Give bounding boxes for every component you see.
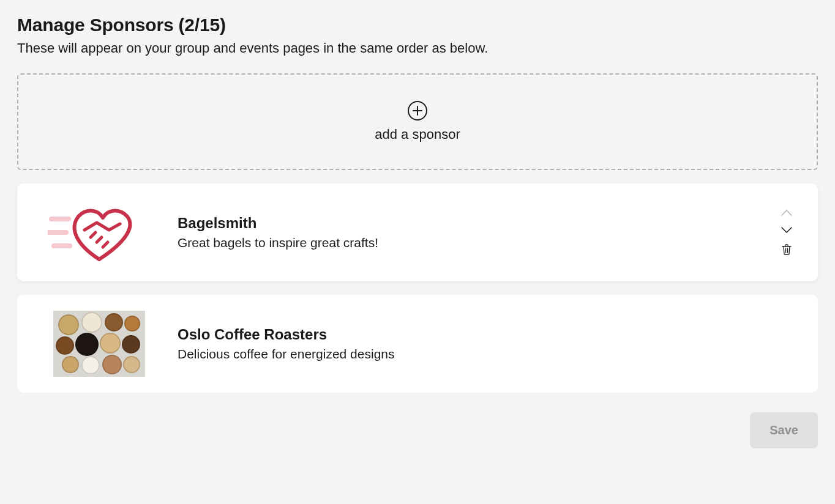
sponsor-logo — [48, 201, 151, 264]
chevron-up-icon — [781, 210, 792, 216]
move-up-button[interactable] — [780, 209, 793, 217]
sponsor-logo — [48, 312, 151, 376]
sponsor-description: Great bagels to inspire great crafts! — [178, 235, 768, 250]
sponsor-info: Oslo Coffee Roasters Delicious coffee fo… — [178, 326, 793, 361]
sponsor-info: Bagelsmith Great bagels to inspire great… — [178, 215, 768, 250]
card-actions — [780, 209, 793, 256]
move-down-button[interactable] — [780, 226, 793, 234]
plus-circle-icon — [408, 101, 427, 120]
chevron-down-icon — [781, 227, 792, 233]
page-subtitle: These will appear on your group and even… — [17, 40, 818, 56]
save-button[interactable]: Save — [750, 412, 818, 448]
save-row: Save — [17, 412, 818, 448]
coffee-cups-image — [53, 311, 145, 377]
sponsor-name: Bagelsmith — [178, 215, 768, 232]
add-sponsor-label: add a sponsor — [375, 127, 460, 143]
sponsor-card[interactable]: Bagelsmith Great bagels to inspire great… — [17, 183, 818, 281]
trash-icon — [782, 244, 792, 255]
sponsor-name: Oslo Coffee Roasters — [178, 326, 793, 343]
add-sponsor-box[interactable]: add a sponsor — [17, 73, 818, 170]
page-title: Manage Sponsors (2/15) — [17, 15, 818, 35]
delete-button[interactable] — [781, 243, 793, 256]
handshake-heart-icon — [48, 201, 151, 264]
sponsor-card[interactable]: Oslo Coffee Roasters Delicious coffee fo… — [17, 295, 818, 393]
sponsor-description: Delicious coffee for energized designs — [178, 347, 793, 361]
